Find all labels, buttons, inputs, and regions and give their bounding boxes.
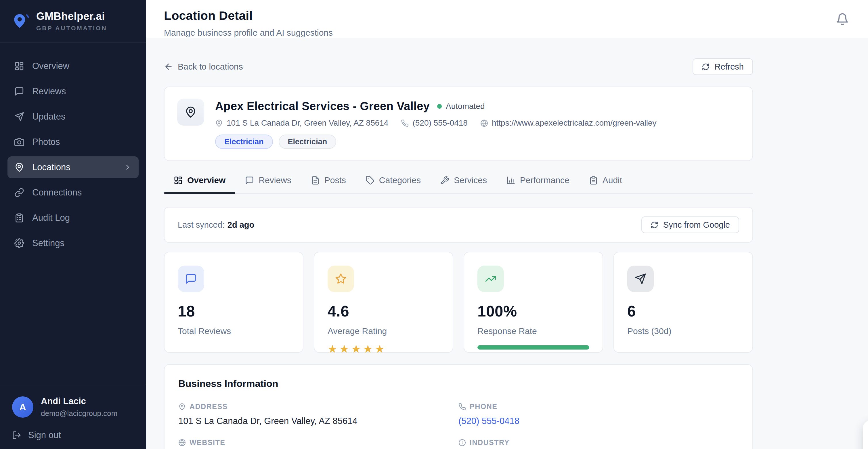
tab-label: Audit: [602, 175, 622, 185]
brand-name: GMBhelper.ai: [36, 10, 107, 23]
stat-value: 18: [178, 303, 290, 319]
refresh-button[interactable]: Refresh: [692, 58, 753, 75]
sidebar-item-connections[interactable]: Connections: [7, 182, 138, 203]
field-website: WEBSITE https://www.apexelectricalaz.com…: [178, 438, 459, 449]
business-information-title: Business Information: [178, 378, 739, 389]
field-label: PHONE: [470, 403, 497, 411]
star-rating: ★★★★★: [328, 344, 439, 354]
tab-label: Services: [454, 175, 487, 185]
sidebar-item-photos[interactable]: Photos: [7, 131, 138, 153]
field-label: INDUSTRY: [470, 438, 509, 447]
sidebar-item-settings[interactable]: Settings: [7, 232, 138, 254]
sidebar-nav: Overview Reviews Updates Photos Location…: [0, 42, 146, 385]
sync-from-google-button[interactable]: Sync from Google: [641, 217, 739, 233]
status-dot: [437, 104, 442, 109]
business-icon-tile: [177, 99, 204, 126]
stat-value: 100%: [477, 303, 589, 319]
last-synced-text: Last synced:2d ago: [178, 220, 254, 230]
sidebar-item-label: Reviews: [32, 86, 66, 97]
tab-audit[interactable]: Audit: [579, 174, 632, 193]
tab-overview[interactable]: Overview: [164, 174, 235, 193]
sidebar-item-updates[interactable]: Updates: [7, 106, 138, 128]
sidebar-item-label: Connections: [32, 187, 82, 198]
clipboard-icon: [589, 176, 598, 185]
bar-chart-icon: [506, 176, 516, 185]
page-subtitle: Manage business profile and AI suggestio…: [164, 28, 333, 38]
page-title: Location Detail: [164, 9, 333, 23]
dashboard-icon: [14, 61, 24, 71]
sidebar-item-overview[interactable]: Overview: [7, 55, 138, 77]
chevron-right-icon: [124, 163, 132, 171]
phone-icon: [401, 119, 409, 127]
star-icon-tile: [328, 266, 354, 292]
tab-reviews[interactable]: Reviews: [235, 174, 301, 193]
last-synced-value: 2d ago: [227, 220, 254, 229]
stat-card-average-rating: 4.6 Average Rating ★★★★★: [314, 252, 453, 353]
refresh-label: Refresh: [714, 62, 744, 71]
camera-icon: [14, 137, 24, 147]
back-to-locations-link[interactable]: Back to locations: [164, 62, 243, 71]
wrench-icon: [440, 176, 449, 185]
automation-status-badge: Automated: [437, 102, 485, 111]
toolbar-row: Back to locations Refresh: [164, 58, 753, 75]
address-text: 101 S La Canada Dr, Green Valley, AZ 856…: [227, 119, 388, 128]
sidebar-item-label: Audit Log: [32, 213, 70, 223]
star-icon: [335, 273, 347, 285]
sidebar-item-locations[interactable]: Locations: [7, 156, 138, 178]
tab-categories[interactable]: Categories: [356, 174, 431, 193]
tag-icon: [366, 176, 374, 185]
stat-label: Posts (30d): [627, 326, 739, 336]
stat-label: Response Rate: [477, 326, 589, 336]
category-badge-primary[interactable]: Electrician: [215, 134, 273, 149]
detail-tabs: Overview Reviews Posts Categories Servic…: [164, 174, 753, 194]
user-profile[interactable]: A Andi Lacic demo@lacicgroup.com: [12, 396, 134, 418]
user-email: demo@lacicgroup.com: [41, 409, 117, 418]
tab-posts[interactable]: Posts: [301, 174, 356, 193]
sidebar-item-label: Locations: [32, 162, 70, 172]
info-icon: [459, 439, 466, 446]
avatar: A: [12, 396, 33, 418]
stat-value: 4.6: [328, 303, 439, 319]
stat-label: Average Rating: [328, 326, 439, 336]
sidebar-item-audit-log[interactable]: Audit Log: [7, 207, 138, 229]
tab-services[interactable]: Services: [431, 174, 497, 193]
phone-text: (520) 555-0418: [412, 119, 467, 128]
send-icon: [635, 273, 646, 285]
phone-link[interactable]: (520) 555-0418: [459, 416, 520, 426]
brand-logo: GMBhelper.ai GBP AUTOMATION: [0, 0, 146, 42]
sync-status-bar: Last synced:2d ago Sync from Google: [164, 207, 753, 243]
business-information-card: Business Information ADDRESS 101 S La Ca…: [164, 364, 753, 449]
send-icon-tile: [627, 266, 654, 292]
tab-performance[interactable]: Performance: [497, 174, 579, 193]
floating-widget[interactable]: [863, 420, 868, 449]
sidebar-footer: A Andi Lacic demo@lacicgroup.com Sign ou…: [0, 385, 146, 449]
business-name: Apex Electrical Services - Green Valley: [215, 100, 430, 113]
stat-card-response-rate: 100% Response Rate: [464, 252, 603, 353]
top-header: Location Detail Manage business profile …: [146, 0, 868, 38]
business-summary-card: Apex Electrical Services - Green Valley …: [164, 87, 753, 161]
trending-up-icon-tile: [477, 266, 504, 292]
response-rate-progress: [477, 345, 589, 350]
sidebar-item-label: Settings: [32, 238, 64, 248]
bell-icon: [836, 13, 849, 26]
last-synced-label: Last synced:: [178, 220, 225, 229]
tab-label: Overview: [187, 175, 225, 185]
business-address: 101 S La Canada Dr, Green Valley, AZ 856…: [215, 119, 388, 128]
refresh-icon: [702, 63, 710, 71]
sidebar-item-label: Overview: [32, 61, 69, 71]
map-pin-icon: [185, 106, 197, 118]
website-text: https://www.apexelectricalaz.com/green-v…: [492, 119, 657, 128]
map-pin-icon: [215, 119, 223, 127]
link-icon: [14, 188, 24, 197]
notifications-button[interactable]: [836, 13, 849, 26]
sign-out-button[interactable]: Sign out: [12, 430, 134, 440]
field-label: ADDRESS: [189, 403, 228, 411]
tab-label: Performance: [520, 175, 569, 185]
stat-card-posts-30d: 6 Posts (30d): [614, 252, 753, 353]
sync-button-label: Sync from Google: [663, 220, 730, 230]
sidebar-item-reviews[interactable]: Reviews: [7, 81, 138, 102]
category-badge-secondary[interactable]: Electrician: [279, 134, 337, 149]
sidebar-item-label: Updates: [32, 111, 65, 122]
stat-value: 6: [627, 303, 739, 319]
tab-label: Categories: [379, 175, 421, 185]
